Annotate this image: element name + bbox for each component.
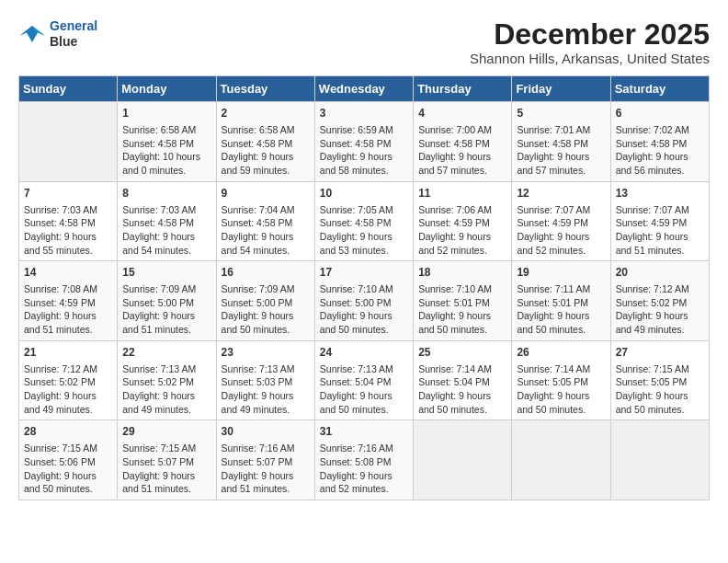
- day-info-line: and 51 minutes.: [222, 482, 310, 496]
- day-info-line: and 54 minutes.: [222, 244, 310, 258]
- day-info-line: Sunrise: 7:15 AM: [616, 362, 704, 376]
- day-info-line: Sunrise: 7:15 AM: [24, 442, 112, 455]
- calendar-cell: [610, 420, 709, 500]
- day-header-friday: Friday: [512, 76, 610, 102]
- day-info-line: and 57 minutes.: [418, 164, 506, 178]
- day-info-line: and 50 minutes.: [24, 482, 112, 496]
- day-info-line: Sunrise: 7:07 AM: [517, 203, 605, 217]
- day-info-line: Sunset: 4:58 PM: [418, 137, 506, 151]
- day-info-line: Sunrise: 7:04 AM: [222, 203, 310, 217]
- calendar-cell: 17Sunrise: 7:10 AMSunset: 5:00 PMDayligh…: [314, 261, 413, 341]
- day-info-line: Daylight: 9 hours: [24, 309, 112, 323]
- day-number: 3: [320, 106, 408, 121]
- day-number: 18: [418, 265, 506, 281]
- day-info-line: Sunset: 4:59 PM: [24, 296, 112, 310]
- day-number: 2: [222, 106, 310, 121]
- calendar-cell: 23Sunrise: 7:13 AMSunset: 5:03 PMDayligh…: [216, 340, 314, 420]
- day-info-line: Daylight: 9 hours: [222, 469, 310, 483]
- logo-line2: Blue: [50, 34, 97, 50]
- day-info-line: Daylight: 9 hours: [517, 389, 605, 403]
- day-number: 1: [122, 106, 210, 121]
- day-info-line: Daylight: 9 hours: [616, 230, 704, 244]
- day-info-line: and 51 minutes.: [122, 482, 210, 496]
- title-block: December 2025 Shannon Hills, Arkansas, U…: [470, 18, 710, 66]
- day-info-line: Daylight: 9 hours: [418, 309, 506, 323]
- calendar-week-row: 28Sunrise: 7:15 AMSunset: 5:06 PMDayligh…: [19, 420, 710, 500]
- day-info-line: Sunrise: 7:13 AM: [320, 362, 408, 376]
- day-info-line: Daylight: 9 hours: [418, 230, 506, 244]
- calendar-cell: [414, 420, 512, 500]
- day-info-line: Sunrise: 7:09 AM: [222, 282, 310, 296]
- day-info-line: Sunset: 5:01 PM: [418, 296, 506, 310]
- day-info-line: and 49 minutes.: [24, 403, 112, 417]
- day-info-line: Sunset: 4:58 PM: [320, 216, 408, 230]
- calendar-week-row: 21Sunrise: 7:12 AMSunset: 5:02 PMDayligh…: [19, 340, 710, 420]
- day-info-line: Sunrise: 7:10 AM: [320, 282, 408, 296]
- day-info-line: Daylight: 9 hours: [320, 230, 408, 244]
- day-info-line: and 58 minutes.: [320, 164, 408, 178]
- day-info-line: Sunset: 4:58 PM: [222, 216, 310, 230]
- day-info-line: Daylight: 9 hours: [616, 150, 704, 164]
- day-number: 10: [320, 186, 408, 201]
- day-number: 5: [517, 106, 605, 121]
- day-info-line: Sunrise: 7:11 AM: [517, 282, 605, 296]
- calendar-cell: 19Sunrise: 7:11 AMSunset: 5:01 PMDayligh…: [512, 261, 610, 341]
- logo: General Blue: [18, 18, 97, 50]
- day-info-line: Daylight: 9 hours: [24, 389, 112, 403]
- day-info-line: Sunrise: 7:16 AM: [222, 442, 310, 455]
- day-info-line: Daylight: 9 hours: [320, 389, 408, 403]
- day-info-line: and 57 minutes.: [517, 164, 605, 178]
- day-info-line: Sunset: 5:00 PM: [320, 296, 408, 310]
- day-info-line: Sunset: 5:00 PM: [222, 296, 310, 310]
- day-info-line: Sunrise: 7:07 AM: [616, 203, 704, 217]
- day-info-line: Daylight: 9 hours: [122, 309, 210, 323]
- calendar-cell: 24Sunrise: 7:13 AMSunset: 5:04 PMDayligh…: [314, 340, 413, 420]
- day-info-line: Daylight: 9 hours: [517, 230, 605, 244]
- day-info-line: and 56 minutes.: [616, 164, 704, 178]
- day-number: 7: [24, 186, 112, 201]
- day-number: 28: [24, 424, 112, 440]
- day-info-line: Sunrise: 7:12 AM: [24, 362, 112, 376]
- day-info-line: Daylight: 9 hours: [418, 150, 506, 164]
- location-subtitle: Shannon Hills, Arkansas, United States: [470, 51, 710, 66]
- calendar-cell: 18Sunrise: 7:10 AMSunset: 5:01 PMDayligh…: [414, 261, 512, 341]
- day-info-line: Sunset: 4:58 PM: [222, 137, 310, 151]
- day-info-line: and 50 minutes.: [418, 323, 506, 337]
- day-number: 26: [517, 345, 605, 361]
- day-info-line: Daylight: 9 hours: [122, 230, 210, 244]
- calendar-cell: 16Sunrise: 7:09 AMSunset: 5:00 PMDayligh…: [216, 261, 314, 341]
- day-info-line: Sunrise: 7:06 AM: [418, 203, 506, 217]
- day-number: 29: [122, 424, 210, 440]
- calendar-cell: 1Sunrise: 6:58 AMSunset: 4:58 PMDaylight…: [118, 102, 216, 182]
- day-info-line: and 54 minutes.: [122, 244, 210, 258]
- day-info-line: Sunset: 5:07 PM: [222, 455, 310, 469]
- day-info-line: Daylight: 9 hours: [320, 469, 408, 483]
- calendar-cell: 26Sunrise: 7:14 AMSunset: 5:05 PMDayligh…: [512, 340, 610, 420]
- calendar-week-row: 14Sunrise: 7:08 AMSunset: 4:59 PMDayligh…: [19, 261, 710, 341]
- day-info-line: Daylight: 10 hours: [122, 150, 210, 164]
- day-number: 15: [122, 265, 210, 281]
- day-number: 8: [122, 186, 210, 201]
- day-info-line: Daylight: 9 hours: [517, 309, 605, 323]
- day-info-line: Sunrise: 7:09 AM: [122, 282, 210, 296]
- calendar-week-row: 7Sunrise: 7:03 AMSunset: 4:58 PMDaylight…: [19, 181, 710, 261]
- calendar-cell: 13Sunrise: 7:07 AMSunset: 4:59 PMDayligh…: [610, 181, 709, 261]
- day-info-line: Sunrise: 6:58 AM: [122, 123, 210, 137]
- day-info-line: Sunset: 4:58 PM: [320, 137, 408, 151]
- day-info-line: Sunset: 5:01 PM: [517, 296, 605, 310]
- day-number: 11: [418, 186, 506, 201]
- day-number: 19: [517, 265, 605, 281]
- day-info-line: and 50 minutes.: [320, 403, 408, 417]
- calendar-cell: 31Sunrise: 7:16 AMSunset: 5:08 PMDayligh…: [314, 420, 413, 500]
- calendar-cell: 21Sunrise: 7:12 AMSunset: 5:02 PMDayligh…: [19, 340, 118, 420]
- day-number: 9: [222, 186, 310, 201]
- calendar-cell: 12Sunrise: 7:07 AMSunset: 4:59 PMDayligh…: [512, 181, 610, 261]
- day-number: 12: [517, 186, 605, 201]
- day-info-line: and 50 minutes.: [320, 323, 408, 337]
- day-info-line: and 52 minutes.: [320, 482, 408, 496]
- calendar-table: SundayMondayTuesdayWednesdayThursdayFrid…: [18, 75, 710, 500]
- day-info-line: Sunrise: 7:00 AM: [418, 123, 506, 137]
- day-info-line: Daylight: 9 hours: [122, 469, 210, 483]
- day-header-tuesday: Tuesday: [216, 76, 314, 102]
- calendar-cell: [512, 420, 610, 500]
